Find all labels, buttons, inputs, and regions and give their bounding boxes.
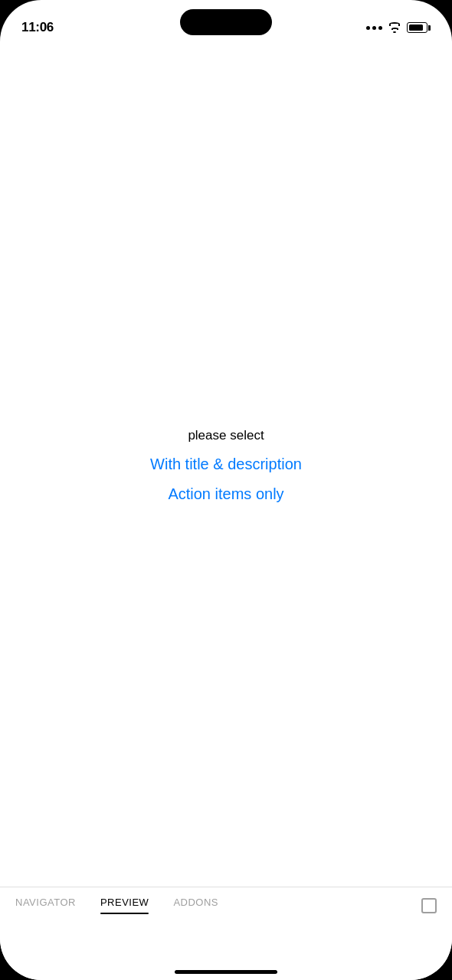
main-content: please select With title & description A… [0,44,452,887]
status-bar: 11:06 [0,0,452,44]
phone-frame: 11:06 please select With title [0,0,452,980]
home-indicator [0,954,452,980]
please-select-label: please select [188,428,264,443]
tab-addons[interactable]: ADDONS [173,897,218,914]
tab-navigator[interactable]: NAVIGATOR [15,897,76,914]
status-time: 11:06 [21,20,54,35]
tab-preview[interactable]: PREVIEW [100,897,149,914]
action-items-only-link[interactable]: Action items only [168,485,283,503]
wifi-icon [388,22,401,33]
signal-dots-icon [366,26,382,30]
tab-bar: NAVIGATOR PREVIEW ADDONS [0,887,452,954]
tab-square-icon[interactable] [421,898,437,913]
with-title-description-link[interactable]: With title & description [150,456,302,473]
battery-icon [407,22,431,33]
dynamic-island [180,9,272,35]
home-bar [175,970,277,974]
tab-items: NAVIGATOR PREVIEW ADDONS [15,897,437,914]
status-icons [366,22,431,33]
